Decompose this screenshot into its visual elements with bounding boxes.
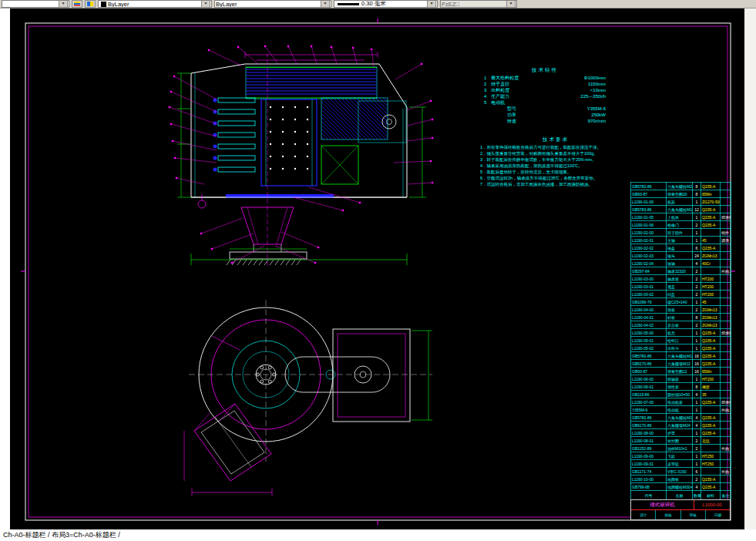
chevron-down-icon[interactable]: ▼ (201, 0, 210, 8)
spec-item: 5 电动机 (484, 99, 606, 106)
requirement-item: 3．转子装配后应作静平衡试验，不平衡力矩不大于25N·mm。 (480, 156, 631, 163)
plotstyle-control[interactable]: PzEZ□ ▼ (440, 0, 517, 8)
bom-row: GB5782-86六角头螺栓M20×808Q235-A (631, 183, 731, 190)
signature-label: 审核 (681, 510, 706, 519)
requirement-item: 5．装配后盘动转子，应转动灵活，无卡阻现象。 (480, 169, 631, 175)
signature-label: 日期 (706, 510, 730, 519)
spec-item: 1 最大给料粒度Φ1000mm (484, 75, 606, 81)
bom-row: GB1096-79键C25×140145 (631, 298, 731, 306)
layers-icon (74, 2, 80, 6)
bom-row: GB5782-86六角头螺栓M24×1004Q235-A (631, 414, 731, 422)
spec-motor-item: 型号Y355M-6 (484, 106, 606, 112)
bom-row: L1190-02-04锤轴440Cr (631, 260, 731, 267)
bom-row: L1190-01-06检修门2Q235-A (631, 221, 731, 229)
requirement-item: 4．轴承采用油浴加热装配，加热温度不得超过100℃。 (480, 163, 631, 169)
requirement-item: 2．锤头按重量分组安装，对称两组锤头重量差不得大于100g。 (480, 150, 631, 156)
bom-row: L1190-02-01主轴145调质 (631, 237, 731, 244)
technical-characteristics-title: 技术特性 (484, 67, 606, 73)
drawing-number: L1000-00 (694, 500, 730, 509)
bom-row: L1190-04-02反击板2ZGMn13 (631, 321, 731, 329)
plan-view (189, 300, 432, 481)
technical-requirements-title: 技术要求 (480, 136, 631, 143)
layer-properties-button[interactable] (72, 0, 82, 8)
bom-row: GB93-87弹簧垫圈20865Mn (631, 190, 731, 198)
bom-row: L1190-05-02出料斗1Q235-A (631, 344, 731, 352)
dimension-lines-magenta (184, 52, 378, 496)
feed-grate-bars (246, 68, 377, 99)
dimension-lines-green (177, 73, 432, 420)
rotor-bolt-pattern (270, 106, 308, 170)
bom-row: L1190-06-01弹性套8橡胶 (631, 383, 731, 391)
chevron-down-icon[interactable]: ▼ (59, 0, 68, 8)
bom-row: L1190-09-01皮带轮1HT250 (631, 460, 731, 468)
bom-row: L1190-09-00飞轮1HT250 (631, 452, 731, 460)
requirement-item: 6．空载试运转2h，轴承温升不得超过35℃，各部无异常振动。 (480, 175, 631, 181)
bom-row: GB1152-89油杯M10×12外购 (631, 445, 731, 452)
spec-item: 2 转子直径1150mm (484, 81, 606, 87)
layer-control[interactable]: ▼ (2, 0, 69, 8)
technical-requirements-block: 技术要求 1．所有零件须经检验合格后方可进行装配，装配前应清洗干净。2．锤头按重… (480, 136, 631, 187)
bom-row: L1190-07-00电动机座1Q235-A焊接件 (631, 398, 731, 406)
bom-row: GB93-87弹簧垫圈121665Mn (631, 368, 731, 375)
bom-row: L1190-02-00转子部件1组件 (631, 229, 731, 237)
title-block: 锤式破碎机 L1000-00 设计校核审核日期 (630, 499, 731, 520)
bom-row: L1190-04-00筛板2ZGMn13 (631, 306, 731, 314)
spec-motor-item: 功率250kW (484, 112, 606, 118)
ground-hatch (227, 260, 301, 265)
bom-row: L1190-08-00护罩1Q235-A (631, 429, 731, 437)
bom-row: GB5782-86六角头螺栓M12×4016Q235-A (631, 352, 731, 360)
bom-row: GB6170-86六角螺母M244Q235-A (631, 422, 731, 429)
bom-row: L1190-03-01透盖2HT200 (631, 283, 731, 291)
bom-row: L1190-02-03锤头24ZGMn13 (631, 252, 731, 260)
technical-characteristics-block: 技术特性 1 最大给料粒度Φ1000mm2 转子直径1150mm3 出料粒度<1… (484, 67, 606, 124)
make-object-layer-button[interactable] (85, 0, 96, 8)
linetype-control-value: ByLayer (216, 1, 237, 8)
model-space-canvas[interactable]: 技术特性 1 最大给料粒度Φ1000mm2 转子直径1150mm3 出料粒度<1… (10, 8, 744, 529)
lineweight-control-value: 0.30 毫米 (361, 0, 386, 8)
bom-row: L1190-06-00联轴器1HT200 (631, 375, 731, 383)
chevron-down-icon[interactable]: ▼ (321, 0, 330, 8)
linetype-control[interactable]: ByLayer ▼ (214, 0, 331, 8)
bom-row: GB6170-86六角螺母M1216Q235-A (631, 360, 731, 368)
chevron-down-icon[interactable]: ▼ (506, 0, 516, 8)
product-name: 锤式破碎机 (631, 500, 694, 509)
lineweight-control[interactable]: 0.30 毫米 ▼ (334, 0, 438, 8)
technical-characteristics-list: 1 最大给料粒度Φ1000mm2 转子直径1150mm3 出料粒度<10mm4 … (484, 75, 606, 124)
bom-row: L1190-08-01密封圈2毛毡 (631, 437, 731, 445)
chevron-down-icon[interactable]: ▼ (427, 0, 436, 8)
color-swatch-icon (101, 2, 106, 7)
part-callout-leaders (169, 45, 433, 264)
color-control-value: ByLayer (108, 1, 129, 8)
hammer-rows (213, 98, 256, 172)
bom-header-row: 代号名称数量材料备注 (631, 491, 731, 500)
bom-row: GB297-84轴承323202外购 (631, 267, 731, 275)
bom-row: L1190-05-00机壳1Q235-A焊接件 (631, 329, 731, 337)
layer-match-icon (87, 2, 93, 6)
object-properties-toolbar: ▼ ByLayer ▼ ByLayer ▼ 0.30 毫米 ▼ PzEZ□ ▼ (0, 0, 756, 8)
layout-tab-bar[interactable]: Ch-A0-标题栏 / 布局3=Ch-A0-标题栏 / (0, 529, 756, 541)
bom-row: GB119-86圆柱销10×50435 (631, 391, 731, 398)
bom-row: L1190-02-02锤盘6Q235-A (631, 244, 731, 252)
signature-label: 校核 (656, 510, 680, 519)
bom-row: L1190-04-01衬板8ZGMn13 (631, 314, 731, 321)
canvas-right-margin (744, 8, 756, 529)
front-section-view (191, 53, 430, 266)
signature-label: 设计 (631, 510, 656, 519)
bom-row: L1190-05-01给料口1Q235-A (631, 337, 731, 344)
color-control[interactable]: ByLayer ▼ (98, 0, 212, 8)
layout-tab-text[interactable]: Ch-A0-标题栏 / 布局3=Ch-A0-标题栏 / (3, 531, 120, 539)
bom-row: L1190-03-00轴承座2HT200 (631, 275, 731, 283)
technical-requirements-list: 1．所有零件须经检验合格后方可进行装配，装配前应清洗干净。2．锤头按重量分组安装… (480, 144, 631, 187)
bom-row: L1190-10-00地脚板2Q235-A (631, 475, 731, 483)
spec-item: 3 出料粒度<10mm (484, 87, 606, 93)
bom-row: L1190-03-02闷盖2HT200 (631, 291, 731, 298)
bom-row: Y355M-6电动机1外购 (631, 406, 731, 414)
signature-row: 设计校核审核日期 (631, 510, 730, 519)
spec-motor-item: 转速970r/min (484, 118, 606, 124)
requirement-item: 7．试运转合格后，非加工面涂灰色油漆，加工面涂防锈油。 (480, 181, 631, 187)
parts-list-table: GB5782-86六角头螺栓M20×808Q235-AGB93-87弹簧垫圈20… (630, 182, 731, 500)
requirement-item: 1．所有零件须经检验合格后方可进行装配，装配前应清洗干净。 (480, 144, 631, 150)
bom-row: L1190-01-05上机体1Q235-A焊接件 (631, 213, 731, 221)
bom-row: GB5783-86六角头螺栓M16×5012Q235-A (631, 206, 731, 213)
sheet-frame (21, 18, 735, 525)
